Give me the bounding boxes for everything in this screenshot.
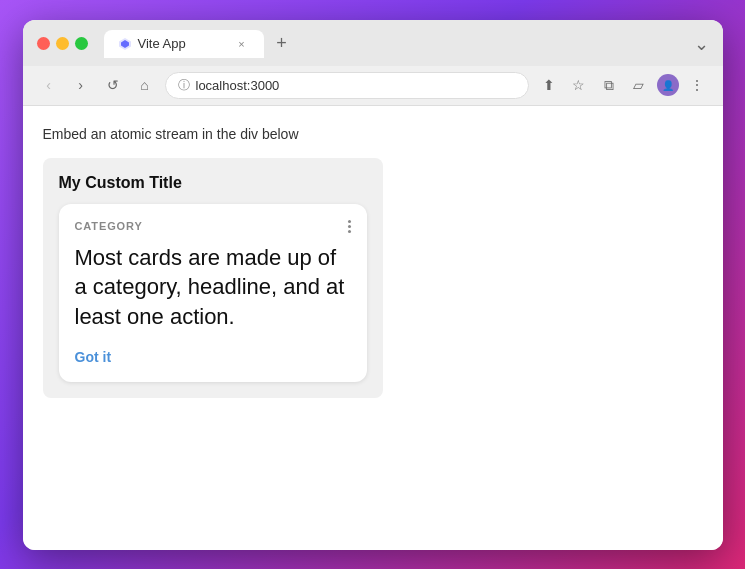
card-category: CATEGORY — [75, 220, 143, 232]
new-tab-button[interactable]: + — [268, 30, 296, 58]
card-headline: Most cards are made up of a category, he… — [75, 243, 351, 332]
address-bar: ‹ › ↺ ⌂ ⓘ localhost:3000 ⬆ ☆ ⧉ ▱ 👤 ⋮ — [23, 66, 723, 106]
toolbar-icons: ⬆ ☆ ⧉ ▱ 👤 ⋮ — [537, 73, 709, 97]
address-text: localhost:3000 — [196, 78, 280, 93]
home-button[interactable]: ⌂ — [133, 73, 157, 97]
back-button[interactable]: ‹ — [37, 73, 61, 97]
forward-button[interactable]: › — [69, 73, 93, 97]
title-bar: Vite App × + ⌄ — [23, 20, 723, 66]
more-menu-icon[interactable]: ⋮ — [685, 73, 709, 97]
active-tab[interactable]: Vite App × — [104, 30, 264, 58]
card-more-button[interactable] — [348, 220, 351, 233]
page-content: Embed an atomic stream in the div below … — [23, 106, 723, 550]
tab-title: Vite App — [138, 36, 228, 51]
tab-favicon — [118, 37, 132, 51]
tab-bar: Vite App × + ⌄ — [104, 30, 709, 58]
page-instruction: Embed an atomic stream in the div below — [43, 126, 703, 142]
custom-title-container: My Custom Title CATEGORY Most cards are … — [43, 158, 383, 398]
sidebar-icon[interactable]: ▱ — [627, 73, 651, 97]
bookmark-icon[interactable]: ☆ — [567, 73, 591, 97]
custom-title: My Custom Title — [59, 174, 367, 192]
avatar[interactable]: 👤 — [657, 74, 679, 96]
extension-icon[interactable]: ⧉ — [597, 73, 621, 97]
info-icon: ⓘ — [178, 77, 190, 94]
address-input[interactable]: ⓘ localhost:3000 — [165, 72, 529, 99]
minimize-traffic-light[interactable] — [56, 37, 69, 50]
card-header: CATEGORY — [75, 220, 351, 233]
reload-button[interactable]: ↺ — [101, 73, 125, 97]
tab-close-button[interactable]: × — [234, 36, 250, 52]
maximize-traffic-light[interactable] — [75, 37, 88, 50]
traffic-lights — [37, 37, 88, 50]
share-icon[interactable]: ⬆ — [537, 73, 561, 97]
card: CATEGORY Most cards are made up of a cat… — [59, 204, 367, 382]
close-traffic-light[interactable] — [37, 37, 50, 50]
tab-menu-button[interactable]: ⌄ — [694, 33, 709, 55]
browser-window: Vite App × + ⌄ ‹ › ↺ ⌂ ⓘ localhost:3000 … — [23, 20, 723, 550]
card-action-button[interactable]: Got it — [75, 349, 112, 365]
